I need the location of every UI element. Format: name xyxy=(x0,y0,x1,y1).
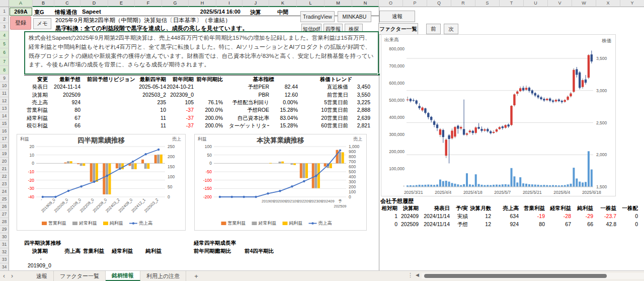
stock-code-cell[interactable]: 269A xyxy=(10,8,32,16)
svg-text:2025/5/7: 2025/5/7 xyxy=(494,190,511,195)
next-button[interactable]: 次 xyxy=(444,24,458,34)
column-header-I[interactable]: I xyxy=(216,0,243,7)
summary-textbox[interactable]: 株式会社Sapeetの2025年9月期第2四半期決算は、売上448百万円で前年同… xyxy=(24,31,379,75)
row-header-10[interactable]: 10 xyxy=(0,82,9,90)
basic-indicator-row: ターゲットリターン15.28% xyxy=(229,122,298,129)
column-header-N[interactable]: N xyxy=(352,0,379,7)
quarterly-breakdown-text: 純利益 xyxy=(141,248,162,255)
row-header-32[interactable]: 32 xyxy=(0,248,9,256)
quarterly-chart[interactable]: 四半期業績推移利益売上-40-30-20-1001020050100150200… xyxy=(17,134,186,231)
sheet-tab-銘柄情報[interactable]: 銘柄情報 xyxy=(106,271,140,281)
svg-text:-100: -100 xyxy=(203,178,212,183)
sheet-nav-left-arrow[interactable]: ‹ xyxy=(0,271,8,281)
sheet-tab-速報[interactable]: 速報 xyxy=(30,271,54,281)
price-volume-chart[interactable]: 出来高株価800,000700,000600,000500,000400,000… xyxy=(381,34,616,196)
memo-button[interactable]: メモ xyxy=(33,18,51,29)
sheet-tab-利用上の注意[interactable]: 利用上の注意 xyxy=(140,271,186,281)
horizontal-scrollbar-thumb[interactable] xyxy=(424,274,607,278)
register-button[interactable]: 登録 xyxy=(10,16,31,30)
row-header-9[interactable]: 9 xyxy=(0,75,9,82)
add-sheet-button[interactable]: + xyxy=(186,271,206,281)
scroll-left-arrow-icon[interactable]: ◀ xyxy=(416,272,419,277)
row-header-27[interactable]: 27 xyxy=(0,210,9,218)
scrollbar-dots-icon[interactable]: ⋮ xyxy=(408,272,413,278)
row-header-23[interactable]: 23 xyxy=(0,180,9,188)
svg-text:利益: 利益 xyxy=(20,136,29,142)
factor-list-button[interactable]: ファクター一覧 xyxy=(378,23,418,35)
row-header-16[interactable]: 16 xyxy=(0,127,9,135)
svg-text:50: 50 xyxy=(168,184,173,189)
row-header-31[interactable]: 31 xyxy=(0,241,9,248)
row-header-12[interactable]: 12 xyxy=(0,97,9,105)
column-header-B[interactable]: B xyxy=(33,0,54,7)
column-header-R[interactable]: R xyxy=(451,0,475,7)
column-header-O[interactable]: O xyxy=(379,0,403,7)
row-header-14[interactable]: 14 xyxy=(0,112,9,120)
row-header-24[interactable]: 24 xyxy=(0,188,9,195)
row-header-15[interactable]: 15 xyxy=(0,120,9,127)
row-header-29[interactable]: 29 xyxy=(0,226,9,233)
row-header-8[interactable]: 8 xyxy=(0,66,9,75)
prev-button[interactable]: 前 xyxy=(426,24,441,34)
column-header-K[interactable]: K xyxy=(269,0,297,7)
row-header-7[interactable]: 7 xyxy=(0,57,9,66)
price-trend-row: 直近株価3,450 xyxy=(302,84,370,91)
svg-text:2025/5/21: 2025/5/21 xyxy=(523,190,542,195)
selection-handle[interactable] xyxy=(377,73,380,76)
column-header-S[interactable]: S xyxy=(475,0,500,7)
company-name: Sapeet xyxy=(82,9,101,15)
column-header-W[interactable]: W xyxy=(572,0,596,7)
sokuho-button[interactable]: 速報 xyxy=(379,11,415,22)
svg-text:500: 500 xyxy=(349,169,356,174)
svg-text:0: 0 xyxy=(209,161,212,166)
column-header-M[interactable]: M xyxy=(325,0,352,7)
row-header-17[interactable]: 17 xyxy=(0,135,9,143)
row-header-18[interactable]: 18 xyxy=(0,143,9,150)
column-header-Q[interactable]: Q xyxy=(427,0,451,7)
row-header-28[interactable]: 28 xyxy=(0,218,9,226)
column-header-L[interactable]: L xyxy=(297,0,325,7)
column-header-X[interactable]: X xyxy=(596,0,620,7)
svg-text:201909: 201909 xyxy=(262,199,274,203)
column-header-V[interactable]: V xyxy=(548,0,572,7)
sheet-tab-ファクター一覧[interactable]: ファクター一覧 xyxy=(54,271,106,281)
row-header-21[interactable]: 21 xyxy=(0,165,9,173)
column-header-Y[interactable]: Y xyxy=(620,0,644,7)
column-header-P[interactable]: P xyxy=(403,0,427,7)
column-header-T[interactable]: T xyxy=(500,0,524,7)
column-header-U[interactable]: U xyxy=(524,0,548,7)
row-header-25[interactable]: 25 xyxy=(0,195,9,203)
row-header-3[interactable]: 3 xyxy=(0,23,9,31)
column-header-E[interactable]: E xyxy=(108,0,135,7)
row-header-33[interactable]: 33 xyxy=(0,256,9,263)
row-header-22[interactable]: 22 xyxy=(0,173,9,180)
minkabu-button[interactable]: MINKABU xyxy=(338,11,371,22)
row-header-34[interactable]: 34 xyxy=(0,263,9,271)
column-header-F[interactable]: F xyxy=(135,0,162,7)
tradingview-button[interactable]: TradingView xyxy=(300,11,335,22)
column-header-D[interactable]: D xyxy=(80,0,108,7)
column-header-J[interactable]: J xyxy=(243,0,269,7)
svg-text:202409: 202409 xyxy=(322,199,335,203)
grid-select-all-corner[interactable] xyxy=(0,0,9,7)
row-header-11[interactable]: 11 xyxy=(0,90,9,97)
annual-chart[interactable]: 本決算業績推移利益売上-200-150-100-5005010001002003… xyxy=(194,134,367,231)
row-header-1[interactable]: 1 xyxy=(0,7,9,16)
svg-text:-: - xyxy=(403,183,405,188)
column-header-C[interactable]: C xyxy=(54,0,80,7)
column-header-A[interactable]: A xyxy=(9,0,33,7)
sheet-nav-right-arrow[interactable]: › xyxy=(8,271,16,281)
row-header-13[interactable]: 13 xyxy=(0,105,9,112)
row-header-20[interactable]: 20 xyxy=(0,158,9,165)
row-header-30[interactable]: 30 xyxy=(0,233,9,241)
column-header-G[interactable]: G xyxy=(162,0,189,7)
row-header-19[interactable]: 19 xyxy=(0,150,9,158)
row-header-26[interactable]: 26 xyxy=(0,203,9,210)
quarterly-breakdown-text: 四半期決算推移 xyxy=(24,240,69,247)
column-header-H[interactable]: H xyxy=(189,0,216,7)
row-header-6[interactable]: 6 xyxy=(0,48,9,57)
row-header-5[interactable]: 5 xyxy=(0,40,9,48)
row-header-2[interactable]: 2 xyxy=(0,16,9,23)
svg-text:出来高: 出来高 xyxy=(384,37,399,42)
row-header-4[interactable]: 4 xyxy=(0,31,9,40)
